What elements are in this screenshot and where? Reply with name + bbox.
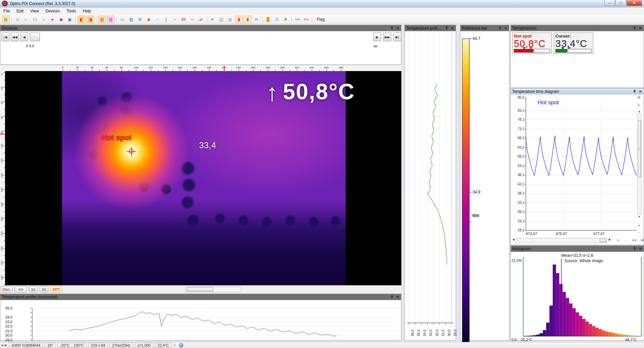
close-icon[interactable]: ×	[396, 26, 400, 30]
alarm-low-icon[interactable]: ▮	[235, 15, 243, 23]
diagram-icon[interactable]: ≈	[171, 15, 179, 23]
pin-icon[interactable]	[390, 26, 394, 30]
ir-canvas[interactable]: Hot spot 33,4 ↑ 50,8°C	[5, 71, 401, 285]
close-icon[interactable]: ×	[638, 26, 642, 30]
distance-panel-title: Distance	[2, 26, 388, 31]
profile-icon[interactable]: ~	[153, 15, 161, 23]
menu-item-edit[interactable]: Edit	[13, 8, 27, 14]
close-icon[interactable]: ×	[638, 247, 642, 251]
image-control-man-button[interactable]: Man.	[1, 286, 13, 292]
distance-nav-next-button[interactable]: ▶	[373, 33, 381, 41]
image-control-1-button[interactable]: 1σ	[29, 286, 38, 292]
open-layout-icon[interactable]: ◨	[86, 15, 94, 23]
legend-toggle-label[interactable]: L	[636, 103, 642, 107]
time-diagram-vscrollbar-thumb[interactable]: ≡	[638, 120, 641, 177]
hand-icon[interactable]: ☛	[209, 15, 217, 23]
flag-toggle-button[interactable]: Flag	[313, 16, 328, 22]
digital-display-icon[interactable]: ▭	[118, 15, 127, 23]
ir-image[interactable]: Hot spot 33,4 ↑ 50,8°C	[62, 71, 346, 285]
menu-item-tools[interactable]: Tools	[63, 8, 80, 14]
menu-item-help[interactable]: Help	[80, 8, 95, 14]
settings-icon[interactable]: ✱	[282, 15, 290, 23]
image-control--button[interactable]: </>	[15, 286, 27, 292]
distance-nav-last-button[interactable]: ▶|	[393, 33, 401, 41]
reference-color-scale	[462, 39, 469, 345]
grid-toggle-label[interactable]: G	[636, 95, 642, 99]
profile-horizontal-y-tick: 29,0	[1, 338, 12, 342]
bar-display-icon[interactable]: ▥	[127, 15, 135, 23]
stop-icon[interactable]: ■	[40, 15, 48, 23]
hscroll-left-button[interactable]: ◀	[511, 238, 516, 241]
palette-icon[interactable]: ▥	[98, 15, 106, 23]
image-control-opt-button[interactable]: OPT	[50, 286, 62, 292]
close-icon[interactable]: ×	[396, 295, 400, 299]
distance-nav-rewind-button[interactable]: ◀◀	[11, 33, 19, 41]
vscroll-up-button[interactable]: ▲	[637, 110, 642, 113]
isotherm-icon[interactable]: ▤	[107, 15, 115, 23]
pin-icon[interactable]	[633, 26, 637, 30]
x-zoom-button-+[interactable]: +	[615, 238, 622, 242]
menu-item-file[interactable]: File	[0, 8, 13, 14]
snapshot-icon[interactable]: ◉	[57, 15, 65, 23]
close-icon[interactable]: ×	[638, 90, 642, 94]
gradient-icon[interactable]: █	[264, 15, 272, 23]
horizontal-ruler: 0204060801001201401601802002202402602803…	[5, 66, 401, 71]
flame-icon[interactable]: ◆	[145, 15, 153, 23]
new-layout-icon[interactable]: ◧	[78, 15, 86, 23]
pin-icon[interactable]	[633, 247, 637, 251]
time-diagram-x-tick: 675,67	[556, 232, 567, 236]
y-zoom-in-button[interactable]: +	[637, 223, 642, 227]
image-icon[interactable]: ▨	[226, 15, 234, 23]
x-zoom-button-fit[interactable]: <>	[631, 238, 638, 242]
range-icon[interactable]: ⇄	[197, 15, 205, 23]
record-icon[interactable]: ●	[48, 15, 56, 23]
snapshot-frame-icon[interactable]: Snp	[302, 15, 310, 23]
image-control-3-button[interactable]: 3σ	[40, 286, 48, 292]
distance-nav-first-button[interactable]: |◀	[1, 33, 9, 41]
brace-icon[interactable]: {	[162, 15, 170, 23]
profile-horizontal-plot	[0, 300, 402, 341]
distance-nav-forward-button[interactable]: ▶▶	[383, 33, 391, 41]
open-file-icon[interactable]: ▤	[2, 15, 10, 23]
x-zoom-button-H[interactable]: H	[639, 238, 644, 242]
time-diagram-y-tick: 23,1	[511, 219, 524, 223]
minimize-button[interactable]: —	[604, 0, 615, 6]
pin-icon[interactable]	[633, 90, 637, 94]
hot-spot-label: Hot spot	[102, 133, 132, 142]
maximize-button[interactable]: ▢	[615, 0, 626, 6]
toolbar-separator	[76, 16, 76, 22]
image-scrollbar[interactable]	[186, 287, 241, 292]
x-zoom-button--[interactable]: -	[623, 238, 630, 242]
time-diagram-hscrollbar-thumb[interactable]	[600, 239, 606, 242]
image-scrollbar-thumb[interactable]	[187, 287, 213, 291]
close-icon[interactable]: ×	[450, 26, 454, 30]
profile-horizontal-chart: 36,034,033,032,031,030,029,028,0	[0, 300, 401, 340]
digits-icon[interactable]: 88	[180, 15, 188, 23]
menu-item-devices[interactable]: Devices	[42, 8, 63, 14]
pin-icon[interactable]	[498, 26, 502, 30]
scissors-icon[interactable]: ✂	[252, 15, 260, 23]
dots-icon[interactable]: •••	[188, 15, 196, 23]
pause-icon[interactable]: ▮▮	[31, 15, 39, 23]
y-zoom-out-button[interactable]: -	[637, 230, 642, 234]
time-diagram-vscrollbar[interactable]: ≡	[637, 114, 642, 215]
alarm-high-icon[interactable]: ▮	[244, 15, 252, 23]
copy-icon[interactable]: ▣	[66, 15, 74, 23]
close-button[interactable]: ✕	[627, 0, 642, 6]
measure-area-icon[interactable]: ⊞	[136, 15, 144, 23]
image-controls-row: Man.</>1σ3σOPT	[0, 286, 401, 293]
subtract-frame-icon[interactable]: Sub	[293, 15, 301, 23]
vscroll-down-button[interactable]: ▼	[637, 215, 642, 218]
distance-nav-prev-button[interactable]: ◀	[20, 33, 28, 41]
screen-icon[interactable]: ⊡	[273, 15, 281, 23]
fullscreen-icon[interactable]: ◱	[217, 15, 226, 23]
time-diagram-hscrollbar[interactable]	[516, 238, 607, 243]
menu-item-view[interactable]: View	[27, 8, 42, 14]
save-icon[interactable]: ▦	[13, 15, 21, 23]
hscroll-right-button[interactable]: ▶	[607, 238, 612, 241]
pin-icon[interactable]	[390, 295, 394, 299]
close-icon[interactable]: ×	[504, 26, 508, 30]
play-icon[interactable]: ▶	[22, 15, 30, 23]
distance-slider-thumb[interactable]	[30, 33, 40, 41]
pin-icon[interactable]	[445, 26, 449, 30]
